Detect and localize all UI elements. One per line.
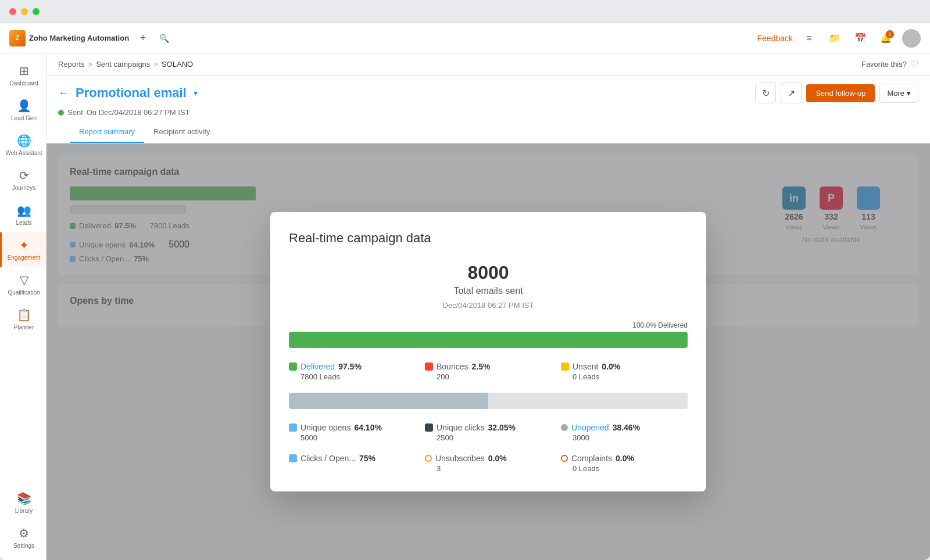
unique-clicks-stat-label: Unique clicks [437, 423, 484, 432]
more-button[interactable]: More ▾ [879, 84, 918, 103]
modal-total-num: 8000 [289, 262, 688, 283]
breadcrumb-reports[interactable]: Reports [58, 60, 85, 69]
avatar[interactable] [902, 29, 921, 48]
sidebar-item-settings[interactable]: ⚙ Settings [0, 520, 46, 555]
sidebar-item-lead-gen[interactable]: 👤 Lead Gen [0, 93, 46, 128]
add-tab-button[interactable]: + [136, 31, 150, 45]
complaints-stat-value: 0 Leads [561, 464, 688, 473]
sidebar-item-library[interactable]: 📚 Library [0, 486, 46, 520]
sidebar-label-settings: Settings [13, 543, 34, 550]
delivered-stat-value: 7800 Leads [289, 372, 416, 381]
share-button[interactable]: ↗ [781, 82, 802, 103]
complaints-stat-pct: 0.0% [616, 454, 634, 463]
notifications-button[interactable]: 🔔 1 [877, 29, 895, 48]
stat-unique-clicks: Unique clicks 32.05% 2500 [425, 423, 552, 442]
stats-grid: Delivered 97.5% 7800 Leads Bounces 2.5% [289, 362, 688, 381]
unsent-stat-label: Unsent [573, 362, 598, 371]
modal-overlay[interactable]: Real-time campaign data 8000 Total email… [46, 143, 930, 560]
stat-unopened: Unopened 38.46% 3000 [561, 423, 688, 442]
unsubscribes-stat-pct: 0.0% [488, 454, 507, 463]
sidebar-label-qualification: Qualification [8, 289, 40, 296]
journeys-icon: ⟳ [19, 168, 29, 182]
search-icon[interactable]: 🔍 [157, 31, 171, 45]
breadcrumb-sep-2: > [153, 60, 158, 69]
sidebar-label-lead-gen: Lead Gen [11, 115, 37, 122]
heart-icon[interactable]: ♡ [910, 59, 918, 70]
planner-icon: 📋 [17, 308, 31, 322]
nav-bar: Z Zoho Marketing Automation + 🔍 Feedback… [0, 23, 930, 53]
breadcrumb-sep-1: > [88, 60, 93, 69]
tab-report-summary[interactable]: Report summary [70, 121, 144, 143]
sidebar-label-planner: Planner [14, 324, 34, 331]
sidebar-label-library: Library [15, 508, 33, 515]
sidebar-item-leads[interactable]: 👥 Leads [0, 198, 46, 232]
unique-clicks-stat-value: 2500 [425, 433, 552, 442]
stat-clicks-open: Clicks / Open... 75% [289, 454, 416, 473]
send-followup-button[interactable]: Send follow-up [806, 84, 875, 102]
sidebar-item-dashboard[interactable]: ⊞ Dashboard [0, 58, 46, 93]
delivered-progress-bar-inner [289, 332, 688, 348]
unique-opens-stat-label: Unique opens [301, 423, 350, 432]
stats-grid-2: Unique opens 64.10% 5000 Unique clicks 3… [289, 423, 688, 473]
tabs: Report summary Recipient activity [58, 121, 918, 143]
bounces-stat-label: Bounces [437, 362, 468, 371]
settings-icon: ⚙ [19, 526, 29, 540]
tab-recipient-activity[interactable]: Recipient activity [144, 121, 220, 143]
unsubscribes-stat-icon [425, 455, 432, 462]
opens-progress-bar-outer [289, 393, 688, 409]
unopened-stat-label: Unopened [571, 423, 609, 432]
title-dropdown-icon[interactable]: ▾ [194, 88, 198, 98]
folder-button[interactable]: 📁 [825, 29, 844, 48]
page-header-top: ← Promotional email ▾ ↻ ↗ Send follow-up… [58, 82, 918, 103]
sidebar-item-planner[interactable]: 📋 Planner [0, 302, 46, 337]
feedback-link[interactable]: Feedback [757, 34, 793, 43]
dashboard-icon: ⊞ [19, 64, 29, 78]
unsent-stat-pct: 0.0% [602, 362, 620, 371]
web-assistant-icon: 🌐 [17, 134, 31, 148]
stat-unique-opens: Unique opens 64.10% 5000 [289, 423, 416, 442]
delivered-progress-bar-outer [289, 332, 688, 348]
close-button[interactable] [9, 8, 16, 15]
opens-progress-bar-inner [289, 393, 488, 409]
sidebar-item-engagement[interactable]: ✦ Engagement [0, 232, 46, 267]
delivered-pct-label: 100.0% Delivered [632, 321, 688, 329]
unsubscribes-stat-value: 3 [425, 464, 552, 473]
refresh-button[interactable]: ↻ [755, 82, 776, 103]
realtime-modal: Real-time campaign data 8000 Total email… [270, 212, 706, 491]
delivered-stat-icon [289, 362, 297, 371]
sent-status-dot [58, 110, 64, 116]
sidebar-label-journeys: Journeys [12, 185, 36, 192]
breadcrumb-sent-campaigns[interactable]: Sent campaigns [96, 60, 150, 69]
sidebar-item-qualification[interactable]: ▽ Qualification [0, 267, 46, 302]
page-content: Real-time campaign data [46, 143, 930, 560]
bounces-stat-icon [425, 362, 433, 371]
minimize-button[interactable] [21, 8, 28, 15]
unsubscribes-stat-label: Unsubscribes [435, 454, 485, 463]
breadcrumb: Reports > Sent campaigns > SOLANO Favori… [46, 53, 930, 76]
clicks-open-stat-label: Clicks / Open... [301, 454, 356, 463]
calendar-button[interactable]: 📅 [851, 29, 870, 48]
more-chevron-icon: ▾ [907, 89, 911, 98]
page-header: ← Promotional email ▾ ↻ ↗ Send follow-up… [46, 76, 930, 143]
unopened-stat-icon [561, 424, 568, 431]
back-button[interactable]: ← [58, 87, 69, 99]
delivered-stat-pct: 97.5% [338, 362, 362, 371]
unopened-stat-value: 3000 [561, 433, 688, 442]
clicks-open-stat-icon [289, 454, 297, 462]
sidebar-item-web-assistant[interactable]: 🌐 Web Assistant [0, 128, 46, 163]
bounces-stat-pct: 2.5% [471, 362, 490, 371]
unique-opens-stat-pct: 64.10% [354, 423, 381, 432]
logo-icon: Z [9, 30, 26, 46]
list-view-button[interactable]: ≡ [800, 29, 818, 48]
library-icon: 📚 [17, 491, 31, 505]
sidebar-label-dashboard: Dashboard [10, 80, 38, 87]
sidebar-item-journeys[interactable]: ⟳ Journeys [0, 163, 46, 198]
modal-total: 8000 Total emails sent [289, 262, 688, 296]
sidebar-label-web-assistant: Web Assistant [5, 150, 42, 157]
more-label: More [887, 89, 904, 98]
stat-unsubscribes: Unsubscribes 0.0% 3 [425, 454, 552, 473]
lead-gen-icon: 👤 [17, 99, 31, 113]
maximize-button[interactable] [33, 8, 40, 15]
stat-delivered: Delivered 97.5% 7800 Leads [289, 362, 416, 381]
title-bar [0, 0, 930, 23]
